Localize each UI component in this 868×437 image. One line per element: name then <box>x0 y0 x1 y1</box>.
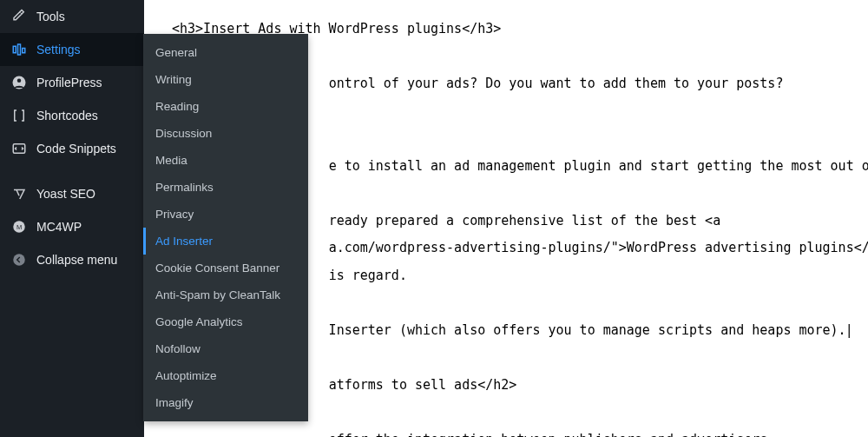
code-line: ready prepared a comprehensive list of t… <box>329 213 721 228</box>
svg-rect-2 <box>23 49 25 53</box>
svg-point-8 <box>13 254 25 266</box>
submenu-item-writing[interactable]: Writing <box>143 66 308 93</box>
mc4wp-icon: M <box>10 218 28 235</box>
submenu-item-reading[interactable]: Reading <box>143 93 308 120</box>
sidebar-item-label: MC4WP <box>36 220 82 234</box>
text-cursor <box>846 322 853 338</box>
sidebar-item-label: ProfilePress <box>36 76 102 89</box>
shortcodes-icon <box>10 107 28 124</box>
code-line: is regard. <box>329 268 407 283</box>
code-line: atforms to sell ads</h2> <box>329 377 517 393</box>
sidebar-item-mc4wp[interactable]: M MC4WP <box>0 210 144 243</box>
submenu-item-permalinks[interactable]: Permalinks <box>143 174 308 201</box>
tools-icon <box>10 8 28 25</box>
sidebar-item-code-snippets[interactable]: Code Snippets <box>0 132 144 165</box>
sidebar-item-label: Code Snippets <box>36 142 116 156</box>
code-snippets-icon <box>10 140 28 157</box>
sidebar-item-label: Tools <box>36 10 65 23</box>
code-line: e to install an ad management plugin and… <box>329 158 868 174</box>
profilepress-icon <box>10 74 28 91</box>
sidebar-item-label: Collapse menu <box>36 253 117 267</box>
code-line: ontrol of your ads? Do you want to add t… <box>329 76 784 91</box>
submenu-item-google-analytics[interactable]: Google Analytics <box>143 308 308 335</box>
sidebar-item-collapse[interactable]: Collapse menu <box>0 243 144 276</box>
svg-rect-1 <box>18 44 21 55</box>
sidebar-item-label: Shortcodes <box>36 109 98 122</box>
admin-sidebar: Tools Settings ProfilePress Shortcodes C <box>0 0 144 437</box>
svg-text:M: M <box>16 223 22 231</box>
svg-rect-0 <box>13 46 16 53</box>
submenu-item-imagify[interactable]: Imagify <box>143 389 308 416</box>
submenu-item-nofollow[interactable]: Nofollow <box>143 335 308 362</box>
sidebar-item-shortcodes[interactable]: Shortcodes <box>0 99 144 132</box>
yoast-icon <box>10 185 28 202</box>
sidebar-item-yoast[interactable]: Yoast SEO <box>0 177 144 210</box>
submenu-item-media[interactable]: Media <box>143 147 308 174</box>
submenu-item-general[interactable]: General <box>143 39 308 66</box>
sidebar-item-profilepress[interactable]: ProfilePress <box>0 66 144 99</box>
svg-point-4 <box>17 79 22 83</box>
sidebar-item-label: Yoast SEO <box>36 187 95 201</box>
submenu-item-autoptimize[interactable]: Autoptimize <box>143 362 308 389</box>
code-line: offer the integration between publishers… <box>329 432 776 438</box>
code-line: Inserter (which also offers you to manag… <box>321 322 846 338</box>
submenu-item-privacy[interactable]: Privacy <box>143 201 308 228</box>
submenu-item-antispam[interactable]: Anti-Spam by CleanTalk <box>143 281 308 308</box>
sidebar-item-label: Settings <box>36 43 81 56</box>
settings-submenu: General Writing Reading Discussion Media… <box>143 34 308 421</box>
collapse-icon <box>10 251 28 268</box>
code-line: a.com/wordpress-advertising-plugins/">Wo… <box>329 240 868 255</box>
settings-icon <box>10 41 28 58</box>
submenu-item-ad-inserter[interactable]: Ad Inserter <box>143 228 308 255</box>
submenu-item-cookie-consent[interactable]: Cookie Consent Banner <box>143 255 308 281</box>
submenu-item-discussion[interactable]: Discussion <box>143 120 308 147</box>
sidebar-item-settings[interactable]: Settings <box>0 33 144 66</box>
sidebar-item-tools[interactable]: Tools <box>0 0 144 33</box>
